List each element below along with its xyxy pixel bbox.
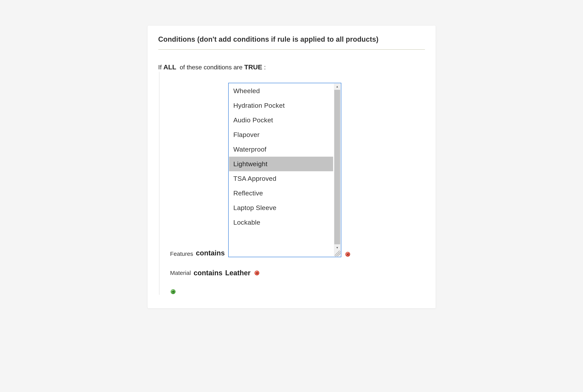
add-condition-row bbox=[170, 289, 425, 294]
option-reflective[interactable]: Reflective bbox=[229, 186, 333, 200]
add-icon bbox=[170, 289, 176, 294]
combine-value[interactable]: TRUE bbox=[244, 63, 262, 71]
features-attribute-label[interactable]: Features bbox=[170, 250, 193, 257]
material-operator[interactable]: contains bbox=[194, 269, 222, 277]
features-options-list: Wheeled Hydration Pocket Audio Pocket Fl… bbox=[229, 84, 333, 256]
scrollbar-down-icon[interactable]: ▼ bbox=[334, 245, 341, 250]
panel-title: Conditions (don't add conditions if rule… bbox=[158, 35, 425, 50]
option-wheeled[interactable]: Wheeled bbox=[229, 84, 333, 98]
features-value-select[interactable]: Wheeled Hydration Pocket Audio Pocket Fl… bbox=[228, 83, 341, 257]
option-lightweight[interactable]: Lightweight bbox=[229, 157, 333, 171]
option-lockable[interactable]: Lockable bbox=[229, 215, 333, 230]
conditions-panel: Conditions (don't add conditions if rule… bbox=[147, 25, 436, 308]
select-scrollbar[interactable]: ▲ ▼ bbox=[334, 84, 341, 256]
combine-middle bbox=[178, 64, 180, 71]
option-waterproof[interactable]: Waterproof bbox=[229, 142, 333, 157]
combine-suffix: : bbox=[264, 64, 266, 71]
combine-middle-text: of these conditions are bbox=[180, 64, 242, 71]
condition-combine-line: If ALL of these conditions are TRUE : bbox=[158, 63, 425, 71]
combine-prefix: If bbox=[158, 64, 162, 71]
option-hydration-pocket[interactable]: Hydration Pocket bbox=[229, 98, 333, 113]
remove-icon bbox=[254, 270, 260, 276]
material-value[interactable]: Leather bbox=[225, 269, 250, 277]
combine-aggregator[interactable]: ALL bbox=[163, 63, 176, 71]
remove-condition-material-button[interactable] bbox=[254, 270, 260, 276]
option-audio-pocket[interactable]: Audio Pocket bbox=[229, 113, 333, 128]
remove-icon bbox=[345, 252, 350, 257]
conditions-tree: Features contains Wheeled Hydration Pock… bbox=[159, 72, 425, 294]
material-attribute-label[interactable]: Material bbox=[170, 270, 191, 276]
condition-row-material: Material contains Leather bbox=[170, 269, 425, 277]
features-operator[interactable]: contains bbox=[196, 249, 225, 257]
remove-condition-features-button[interactable] bbox=[345, 251, 351, 257]
add-condition-button[interactable] bbox=[170, 289, 176, 294]
scrollbar-up-icon[interactable]: ▲ bbox=[334, 84, 341, 90]
option-tsa-approved[interactable]: TSA Approved bbox=[229, 171, 333, 186]
scrollbar-thumb[interactable] bbox=[334, 90, 340, 244]
conditions-body: If ALL of these conditions are TRUE : Fe… bbox=[158, 63, 425, 294]
condition-row-features: Features contains Wheeled Hydration Pock… bbox=[170, 83, 425, 257]
option-laptop-sleeve[interactable]: Laptop Sleeve bbox=[229, 200, 333, 215]
option-flapover[interactable]: Flapover bbox=[229, 128, 333, 142]
resize-handle-icon[interactable] bbox=[335, 250, 341, 256]
